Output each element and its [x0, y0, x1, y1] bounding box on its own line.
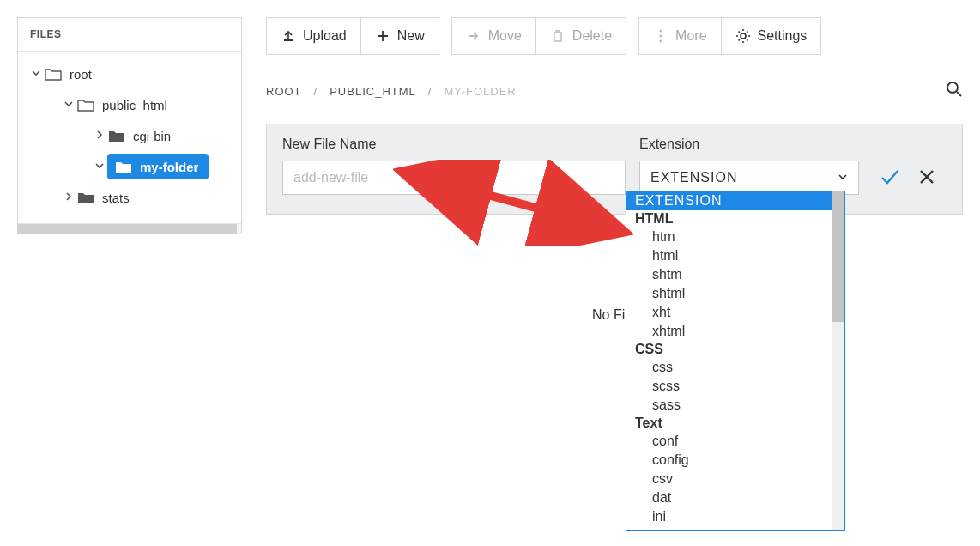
toolbar: Upload New Move Delete — [266, 17, 963, 55]
tree-row-my-folder[interactable]: my-folder — [21, 151, 238, 182]
button-label: New — [397, 28, 425, 44]
svg-point-3 — [659, 39, 662, 42]
breadcrumb-public-html[interactable]: PUBLIC_HTML — [330, 85, 416, 98]
tree-row-stats[interactable]: stats — [21, 182, 238, 213]
upload-icon — [281, 28, 296, 44]
dropdown-group-label: CSS — [626, 341, 844, 358]
breadcrumb-root[interactable]: ROOT — [266, 85, 302, 98]
extension-dropdown[interactable]: EXTENSIONHTMLhtmhtmlshtmshtmlxhtxhtmlCSS… — [626, 191, 845, 531]
new-file-panel: New File Name Extension EXTENSION — [266, 124, 963, 215]
tree-label: stats — [102, 191, 130, 205]
dropdown-option[interactable]: css — [626, 358, 844, 377]
dropdown-option[interactable]: dat — [626, 488, 844, 507]
svg-rect-0 — [284, 39, 293, 41]
chevron-right-icon[interactable] — [61, 191, 76, 203]
sidebar-title: FILES — [18, 18, 241, 52]
tree-label: root — [70, 67, 92, 82]
folder-solid-icon — [114, 159, 133, 174]
folder-solid-icon — [107, 128, 126, 143]
folder-outline-icon — [76, 97, 95, 112]
new-file-name-label: New File Name — [282, 136, 626, 152]
arrow-right-icon — [466, 28, 481, 44]
main-area: Upload New Move Delete — [266, 17, 963, 215]
dropdown-scrollbar-thumb[interactable] — [832, 191, 844, 322]
folder-outline-icon — [44, 66, 63, 82]
dropdown-option-selected[interactable]: EXTENSION — [626, 191, 844, 210]
svg-point-5 — [947, 82, 958, 93]
dropdown-option[interactable]: sass — [626, 396, 844, 415]
extension-selected-value: EXTENSION — [650, 170, 737, 185]
dropdown-group-label: Text — [626, 415, 844, 432]
breadcrumb-separator: / — [314, 85, 318, 98]
tree-label: my-folder — [140, 160, 198, 174]
dropdown-option[interactable]: ini — [626, 507, 844, 526]
chevron-down-icon[interactable] — [61, 99, 76, 111]
extension-select[interactable]: EXTENSION — [639, 161, 859, 195]
tree-label: public_html — [102, 98, 167, 112]
sidebar-horizontal-scrollbar[interactable] — [18, 223, 241, 234]
cancel-button[interactable] — [919, 169, 935, 188]
extension-label: Extension — [639, 136, 859, 152]
folder-solid-icon — [76, 190, 95, 205]
button-label: Delete — [572, 28, 612, 44]
move-button[interactable]: Move — [451, 17, 536, 55]
new-button[interactable]: New — [361, 17, 439, 55]
chevron-down-icon — [838, 170, 848, 185]
upload-button[interactable]: Upload — [266, 17, 361, 55]
chevron-down-icon[interactable] — [28, 68, 44, 80]
more-button[interactable]: More — [638, 17, 721, 55]
svg-point-1 — [659, 29, 662, 32]
breadcrumb-separator: / — [428, 85, 433, 98]
chevron-down-icon[interactable] — [92, 161, 107, 173]
confirm-button[interactable] — [880, 167, 900, 190]
plus-icon — [375, 28, 390, 44]
empty-state-text: No Fi — [592, 307, 625, 323]
button-label: Move — [488, 28, 522, 44]
settings-button[interactable]: Settings — [722, 17, 822, 55]
files-sidebar: FILES root public_html — [17, 17, 242, 234]
dropdown-option[interactable]: xht — [626, 303, 844, 322]
dots-vertical-icon — [653, 28, 668, 44]
chevron-right-icon[interactable] — [92, 130, 107, 142]
tree-row-public-html[interactable]: public_html — [21, 89, 238, 120]
breadcrumb-current: MY-FOLDER — [444, 85, 516, 98]
dropdown-option[interactable]: xhtml — [626, 322, 844, 341]
delete-button[interactable]: Delete — [536, 17, 626, 55]
button-label: More — [675, 28, 706, 44]
trash-icon — [550, 28, 566, 44]
dropdown-option[interactable]: log — [626, 526, 844, 531]
folder-tree: root public_html cgi-bin — [18, 52, 241, 223]
svg-point-2 — [659, 34, 662, 37]
dropdown-option[interactable]: csv — [626, 470, 844, 488]
dropdown-option[interactable]: html — [626, 246, 844, 265]
gear-icon — [735, 28, 751, 44]
dropdown-option[interactable]: shtm — [626, 265, 844, 284]
dropdown-option[interactable]: htm — [626, 228, 844, 246]
dropdown-option[interactable]: conf — [626, 432, 844, 451]
dropdown-option[interactable]: shtml — [626, 284, 844, 303]
button-label: Upload — [303, 28, 347, 44]
button-label: Settings — [758, 28, 808, 44]
dropdown-group-label: HTML — [626, 210, 844, 228]
svg-point-4 — [741, 33, 746, 39]
dropdown-option[interactable]: scss — [626, 377, 844, 396]
tree-row-cgi-bin[interactable]: cgi-bin — [21, 120, 238, 151]
dropdown-option[interactable]: config — [626, 451, 844, 470]
new-file-name-input[interactable] — [282, 161, 626, 195]
search-icon[interactable] — [946, 81, 963, 101]
tree-row-root[interactable]: root — [21, 58, 238, 89]
tree-label: cgi-bin — [133, 129, 171, 143]
breadcrumb: ROOT / PUBLIC_HTML / MY-FOLDER — [266, 85, 517, 98]
